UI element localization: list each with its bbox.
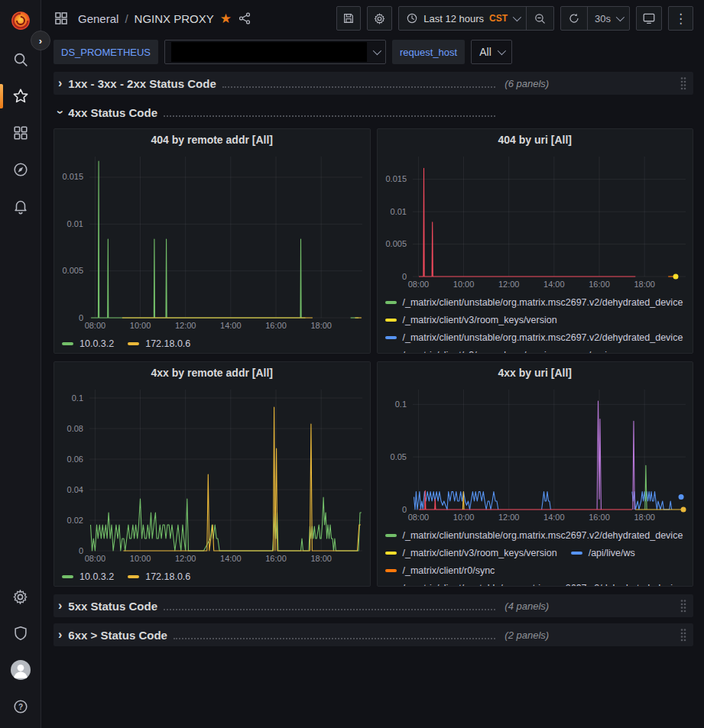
chart-svg[interactable]: 08:0010:0012:0014:0016:0018:0000.020.040… <box>54 383 370 566</box>
dotted-leader <box>164 609 495 610</box>
drag-dots-icon <box>680 599 687 613</box>
chart-svg[interactable]: 08:0010:0012:0014:0016:0018:0000.0050.01… <box>54 150 370 333</box>
sidebar-item-server-admin[interactable] <box>0 615 41 652</box>
gear-icon <box>11 588 29 606</box>
row-header-6xx[interactable]: › 6xx > Status Code (2 panels) <box>54 623 693 646</box>
main-area: General / NGINX PROXY ★ <box>41 0 704 728</box>
x-tick-label: 12:00 <box>498 280 519 289</box>
save-dashboard-button[interactable] <box>336 6 361 31</box>
refresh-interval-dropdown[interactable]: 30s <box>587 7 629 30</box>
row-title: 1xx - 3xx - 2xx Status Code <box>68 77 216 90</box>
chevron-down-icon <box>616 13 625 21</box>
legend-item[interactable]: /_matrix/client/unstable/org.matrix.msc2… <box>385 583 683 587</box>
y-tick-label: 0.01 <box>67 219 83 228</box>
chevron-down-icon <box>498 47 506 55</box>
sidebar-item-explore[interactable] <box>0 151 41 188</box>
x-tick-label: 18:00 <box>310 554 332 563</box>
timezone-label: CST <box>489 13 508 24</box>
avatar-person-icon <box>11 660 31 680</box>
breadcrumb-section[interactable]: General <box>78 12 118 25</box>
chart-404-by-uri[interactable]: 08:0010:0012:0014:0016:0018:0000.0050.01… <box>378 150 693 292</box>
chart-svg[interactable]: 08:0010:0012:0014:0016:0018:0000.0050.01… <box>378 150 693 292</box>
legend-item[interactable]: 10.0.3.2 <box>62 338 114 349</box>
panel-title[interactable]: 4xx by remote addr [All] <box>54 362 370 383</box>
y-tick-label: 0 <box>79 313 83 322</box>
legend-item[interactable]: /_matrix/client/unstable/org.matrix.msc2… <box>385 332 683 343</box>
sidebar-item-profile[interactable] <box>0 652 41 688</box>
row-header-1xx-3xx-2xx[interactable]: › 1xx - 3xx - 2xx Status Code (6 panels) <box>54 72 693 95</box>
request-host-value: All <box>479 46 492 58</box>
y-tick-label: 0.015 <box>62 172 83 181</box>
request-host-label[interactable]: request_host <box>392 40 465 64</box>
panel-404-by-uri: 404 by uri [All] 08:0010:0012:0014:0016:… <box>377 128 694 354</box>
row-drag-handle[interactable] <box>680 76 687 90</box>
legend-row: 10.0.3.2172.18.0.6 <box>62 568 367 585</box>
legend-row: /_matrix/client/v3/room_keys/version <box>385 311 690 328</box>
series-end-dot <box>673 274 678 280</box>
legend-item[interactable]: /sw.js <box>571 350 612 354</box>
time-range-label: Last 12 hours <box>423 13 484 24</box>
refresh-icon <box>568 12 580 24</box>
dotted-leader <box>222 86 496 88</box>
legend-item[interactable]: /_matrix/client/unstable/org.matrix.msc2… <box>385 530 683 541</box>
refresh-button[interactable] <box>561 7 587 30</box>
favorite-star-icon[interactable]: ★ <box>220 11 232 27</box>
request-host-select[interactable]: All <box>471 40 512 64</box>
sidebar-item-dashboards[interactable] <box>0 115 41 151</box>
series-line <box>91 497 362 551</box>
dashboard-settings-button[interactable] <box>367 6 392 31</box>
breadcrumb-separator: / <box>125 12 128 25</box>
chart-4xx-by-uri[interactable]: 08:0010:0012:0014:0016:0018:0000.050.1 <box>378 383 693 525</box>
legend-item[interactable]: /_matrix/client/unstable/org.matrix.msc2… <box>385 297 683 308</box>
datasource-select[interactable] <box>164 40 386 64</box>
legend-item[interactable]: /_matrix/client/v3/room_keys/version <box>385 350 557 354</box>
legend-label: /_matrix/client/v3/room_keys/version <box>403 315 557 325</box>
legend-item[interactable]: /_matrix/client/v3/room_keys/version <box>385 548 557 558</box>
chart-4xx-by-remote-addr[interactable]: 08:0010:0012:0014:0016:0018:0000.020.040… <box>54 383 370 566</box>
y-tick-label: 0.05 <box>390 452 406 461</box>
row-header-4xx[interactable]: › 4xx Status Code <box>54 101 693 124</box>
y-tick-label: 0.02 <box>67 516 83 525</box>
refresh-interval-label: 30s <box>595 13 611 24</box>
sidebar-expand-button[interactable]: › <box>31 31 50 50</box>
y-tick-label: 0 <box>401 505 406 514</box>
legend-item[interactable]: /_matrix/client/v3/room_keys/version <box>385 315 557 325</box>
legend-item[interactable]: /_matrix/client/r0/sync <box>385 565 495 576</box>
x-tick-label: 14:00 <box>220 321 242 330</box>
legend-item[interactable]: /api/live/ws <box>571 548 635 558</box>
zoom-out-button[interactable] <box>526 7 553 30</box>
panel-404-by-remote-addr: 404 by remote addr [All] 08:0010:0012:00… <box>54 128 371 354</box>
legend-item[interactable]: 172.18.0.6 <box>128 338 190 349</box>
legend-label: /_matrix/client/unstable/org.matrix.msc2… <box>403 583 683 587</box>
series-line <box>414 492 498 510</box>
datasource-label[interactable]: DS_PROMETHEUS <box>54 40 158 64</box>
legend-item[interactable]: 172.18.0.6 <box>128 571 190 582</box>
chart-svg[interactable]: 08:0010:0012:0014:0016:0018:0000.050.1 <box>378 383 693 525</box>
cycle-view-button[interactable] <box>636 6 662 31</box>
legend-item[interactable]: 10.0.3.2 <box>62 571 114 582</box>
sidebar-item-starred[interactable] <box>0 78 41 115</box>
svg-text:?: ? <box>18 703 22 711</box>
gear-icon <box>373 12 386 25</box>
sidebar-item-alerting[interactable] <box>0 188 41 225</box>
y-tick-label: 0 <box>79 546 83 555</box>
share-icon[interactable] <box>238 11 251 25</box>
series-line <box>419 168 635 277</box>
x-tick-label: 12:00 <box>175 554 196 563</box>
row-drag-handle[interactable] <box>680 599 687 613</box>
breadcrumb: General / NGINX PROXY ★ <box>54 11 251 27</box>
panel-title[interactable]: 4xx by uri [All] <box>378 362 693 383</box>
time-range-button[interactable]: Last 12 hours CST <box>399 7 526 30</box>
sidebar-item-configuration[interactable] <box>0 578 41 615</box>
x-tick-label: 18:00 <box>634 513 655 522</box>
chart-404-by-remote-addr[interactable]: 08:0010:0012:0014:0016:0018:0000.0050.01… <box>54 150 370 333</box>
row-drag-handle[interactable] <box>680 628 687 642</box>
chevron-down-icon <box>513 13 521 21</box>
x-tick-label: 08:00 <box>85 321 106 330</box>
kebab-menu-button[interactable]: ⋮ <box>668 6 693 31</box>
row-header-5xx[interactable]: › 5xx Status Code (4 panels) <box>54 594 693 617</box>
sidebar-item-help[interactable]: ? <box>0 688 41 725</box>
y-tick-label: 0.005 <box>62 266 83 275</box>
panel-title[interactable]: 404 by remote addr [All] <box>54 129 370 150</box>
panel-title[interactable]: 404 by uri [All] <box>378 129 693 150</box>
